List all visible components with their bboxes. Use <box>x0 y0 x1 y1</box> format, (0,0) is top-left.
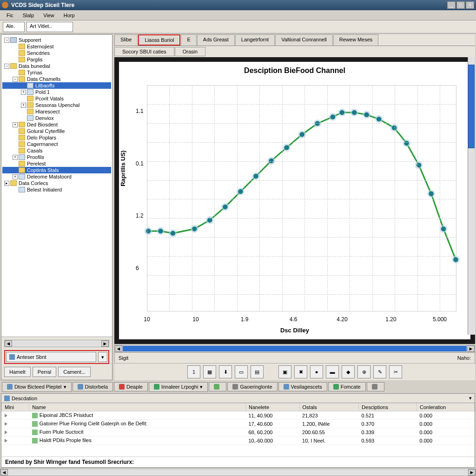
toolbar-combo-1[interactable]: Ale. <box>3 22 25 32</box>
toolbar-icon[interactable]: ◆ <box>342 365 355 378</box>
tab-0[interactable]: Slibe <box>114 34 138 46</box>
close-button[interactable]: × <box>466 1 474 9</box>
project-tree[interactable]: −SupporertEsternojiestSencdriesParglis−D… <box>1 35 112 195</box>
tree-item[interactable]: +Proofils <box>2 154 111 160</box>
toolbar-icon[interactable]: ▭ <box>235 365 248 378</box>
tree-item[interactable]: −Data Chamells <box>2 76 111 82</box>
toolbar-icon[interactable]: ⊕ <box>357 365 370 378</box>
toolbar-icon[interactable]: ▤ <box>251 365 264 378</box>
tree-hscroll[interactable]: ◄► <box>4 340 109 347</box>
tree-item[interactable]: Casals <box>2 147 111 154</box>
tree-item[interactable]: Pcorit Vatals <box>2 95 111 102</box>
tab-1[interactable]: Liaoss Buriol <box>138 34 180 46</box>
btn-cament...[interactable]: Cament... <box>58 367 91 377</box>
chart-hscroll[interactable]: ◄► <box>114 345 475 352</box>
tab-5[interactable]: Valtional Conrannell <box>275 34 333 46</box>
toolbar-combo-2[interactable]: Art Vitlet.. <box>26 22 73 32</box>
tree-item[interactable]: +Deleome Matstoord <box>2 173 111 180</box>
toolbar-icon[interactable]: ▣ <box>278 365 291 378</box>
toolbar-icon[interactable]: ▬ <box>326 365 339 378</box>
tree-item[interactable]: Coptinta Stals <box>2 167 111 173</box>
bottom-tab[interactable]: Deaple <box>114 382 148 391</box>
subtab[interactable]: Orasin <box>175 47 205 56</box>
menu-horp[interactable]: Horp <box>59 12 79 19</box>
col-header[interactable]: Conleration <box>417 403 475 411</box>
col-header[interactable]: Name <box>29 403 246 411</box>
toolbar-icon[interactable]: 1 <box>187 365 200 378</box>
toolbar-icon[interactable]: ⬇ <box>219 365 232 378</box>
menu-slalp[interactable]: Slalp <box>18 12 39 19</box>
tree-item[interactable]: −Supporert <box>2 37 111 43</box>
tree-item[interactable]: +Ded Biosdent <box>2 121 111 128</box>
xtick: 1.9 <box>241 316 249 323</box>
tab-4[interactable]: Langetrfornt <box>235 34 275 46</box>
anteser-dropdown[interactable]: ▾ <box>98 352 107 362</box>
bottom-tab[interactable]: Fomcate <box>328 382 366 391</box>
minimize-button[interactable]: _ <box>447 1 456 9</box>
btn-perral[interactable]: Perral <box>33 367 56 377</box>
tree-item[interactable]: Cagerrnanect <box>2 141 111 147</box>
data-table[interactable]: MiniNameNaneleteOstalsDesciptionsConlera… <box>1 403 475 445</box>
btn-hamelt[interactable]: Hamelt <box>4 367 31 377</box>
tree-item[interactable]: Tyrnas <box>2 69 111 76</box>
tree-item[interactable]: Sencdries <box>2 50 111 56</box>
desc-dropdown-icon[interactable]: ▾ <box>469 395 472 401</box>
tree-item[interactable]: Perelest <box>2 160 111 167</box>
table-row[interactable]: Gatoirer Plue Floring Cielit Gaterph on … <box>2 420 475 428</box>
bottom-tab[interactable] <box>367 382 384 391</box>
tree-item[interactable]: +Pold 1 <box>2 89 111 95</box>
tree-item[interactable]: −Data bunedial <box>2 63 111 69</box>
bottom-tab[interactable]: Distorbela <box>73 382 113 391</box>
tree-item[interactable]: ▸Data Corlecs <box>2 180 111 186</box>
chart-ylabel: Raprillis US) <box>119 150 126 186</box>
menu-fic[interactable]: Fic <box>2 12 18 19</box>
maximize-button[interactable]: □ <box>456 1 465 9</box>
bottom-tab[interactable]: Dtow Bicteed Pleptel▾ <box>2 382 72 392</box>
bottom-tab[interactable]: Vesilagescets <box>278 382 327 391</box>
col-header[interactable]: Desciptions <box>359 403 417 411</box>
window-title: VCDS Sidep Siceil Tlere <box>11 2 447 8</box>
status-right: Naho: <box>457 355 471 361</box>
tree-item[interactable]: +Sessoras Upenchal <box>2 102 111 108</box>
chart-vscroll[interactable] <box>468 57 475 335</box>
toolbar-icon[interactable]: ✖ <box>294 365 307 378</box>
chart-area: Desciption BieFood Channel Raprillis US)… <box>119 62 470 339</box>
desc-icon <box>4 396 10 401</box>
xtick: 1.20 <box>385 316 396 323</box>
toolbar-icon[interactable]: ✎ <box>373 365 386 378</box>
tree-item[interactable]: Litbaoffs <box>2 82 111 89</box>
toolbar-icon[interactable]: ▦ <box>203 365 216 378</box>
bottom-tab[interactable]: Gaoeringlonte <box>227 382 277 391</box>
xtick: 5.000 <box>433 316 447 323</box>
tree-item[interactable]: Belest Initialerd <box>2 186 111 193</box>
status-left: Sigit <box>119 355 128 361</box>
tree-item[interactable]: Hlaresoect <box>2 108 111 115</box>
table-row[interactable]: Fuen Plule Suctocit68, 60.200200.60.550.… <box>2 428 475 436</box>
ytick: 6 <box>136 265 139 271</box>
tab-2[interactable]: E <box>181 34 196 46</box>
tree-item[interactable]: Delo Poplars <box>2 134 111 141</box>
app-hscroll[interactable]: ◄► <box>0 469 476 476</box>
col-header[interactable]: Ostals <box>299 403 359 411</box>
xtick: 4.20 <box>337 316 347 323</box>
menu-view[interactable]: View <box>39 12 59 19</box>
col-header[interactable]: Nanelete <box>245 403 299 411</box>
col-header[interactable]: Mini <box>2 403 29 411</box>
tree-item[interactable]: Esternojiest <box>2 43 111 50</box>
toolbar-icon[interactable]: ✂ <box>389 365 402 378</box>
tab-6[interactable]: Rewew Meses <box>333 34 379 46</box>
xtick: 10 <box>144 316 150 323</box>
table-row[interactable]: Eipoinal JBCS Prisiduct11, 40.90021,8230… <box>2 411 475 420</box>
tab-3[interactable]: Ads Greast <box>197 34 235 46</box>
bottom-tab[interactable]: Innaleer Lrpoghi▾ <box>149 382 208 392</box>
bottom-tab[interactable] <box>209 382 226 391</box>
tree-item[interactable]: Golural Cyterfille <box>2 128 111 134</box>
xtick: 4.6 <box>290 316 298 323</box>
toolbar-icon[interactable]: ● <box>310 365 323 378</box>
tree-item[interactable]: Parglis <box>2 56 111 63</box>
table-row[interactable]: Haldt PDils Prople files10,-60.00010, I … <box>2 436 475 445</box>
ytick: 1.2 <box>136 212 144 219</box>
subtab[interactable]: Socory SBUI caties <box>114 47 174 56</box>
anteser-button[interactable]: Anteser Sbnt <box>6 352 96 362</box>
tree-item[interactable]: Denviox <box>2 115 111 121</box>
